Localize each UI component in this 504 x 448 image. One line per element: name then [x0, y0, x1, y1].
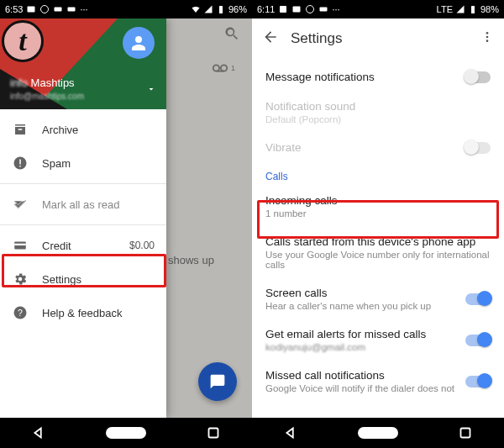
credit-icon: [12, 237, 29, 254]
battery-icon: [216, 4, 226, 14]
status-time: 6:11: [257, 4, 275, 14]
home-nav[interactable]: [106, 427, 146, 439]
row-message-notifications[interactable]: Message notifications: [252, 62, 504, 92]
menu-label: Settings: [42, 273, 155, 286]
phone-left: 6:53 ··· 96% 1 shows up: [0, 0, 252, 448]
back-nav[interactable]: [281, 424, 300, 442]
compose-fab[interactable]: [198, 362, 237, 401]
settings-list: Message notifications Notification sound…: [252, 59, 504, 418]
credit-amount: $0.00: [129, 240, 155, 251]
menu-item-mark-read[interactable]: Mark all as read: [0, 187, 166, 221]
search-button[interactable]: [223, 25, 240, 45]
svg-rect-4: [219, 6, 223, 13]
row-subtitle: Use your Google Voice number only for in…: [265, 250, 491, 270]
whatsapp-icon: [305, 4, 315, 14]
whatsapp-icon: [39, 4, 50, 14]
recents-nav[interactable]: [204, 424, 223, 442]
row-incoming-calls[interactable]: Incoming calls1 number: [252, 186, 504, 227]
account-email: info@mashtips.com: [10, 92, 84, 101]
svg-text:?: ?: [18, 308, 23, 318]
empty-state-text: shows up: [168, 254, 214, 266]
app-bar: Settings: [252, 18, 504, 59]
toggle-missed-notifications[interactable]: [465, 376, 491, 387]
phone-right: 6:11 ··· LTE 98% Settings: [252, 0, 504, 448]
toggle-message-notifications[interactable]: [465, 71, 491, 83]
row-title: Vibrate: [265, 141, 465, 154]
row-title: Message notifications: [265, 71, 465, 83]
wifi-icon: [191, 4, 201, 14]
row-title: Missed call notifications: [265, 369, 465, 382]
more-notifications-icon: ···: [332, 4, 339, 14]
svg-rect-3: [68, 8, 76, 12]
account-dropdown[interactable]: [146, 82, 156, 98]
back-button[interactable]: [262, 29, 279, 49]
battery-icon: [468, 4, 478, 14]
network-label: LTE: [437, 4, 453, 14]
nav-bar: [0, 418, 252, 448]
avatar[interactable]: [123, 27, 155, 59]
toggle-vibrate: [465, 142, 491, 154]
toggle-email-alerts[interactable]: [465, 335, 491, 346]
row-title: Get email alerts for missed calls: [265, 328, 465, 340]
voicemail-status-icon-2: [66, 4, 76, 14]
svg-point-1: [41, 6, 49, 13]
svg-rect-18: [209, 429, 218, 438]
menu-item-settings[interactable]: Settings: [0, 262, 166, 296]
row-notification-sound: Notification soundDefault (Popcorn): [252, 92, 504, 133]
row-subtitle: kodiyanuju@gmail.com: [265, 342, 465, 352]
back-nav[interactable]: [29, 424, 48, 442]
row-subtitle: Default (Popcorn): [265, 114, 491, 124]
menu-label: Spam: [42, 157, 155, 170]
recents-nav[interactable]: [456, 424, 475, 442]
svg-rect-22: [320, 8, 328, 12]
page-title: Settings: [291, 30, 342, 47]
svg-rect-23: [471, 6, 475, 13]
voicemail-status-icon: [318, 4, 328, 14]
voicemail-badge: 1: [231, 64, 235, 72]
svg-rect-19: [280, 6, 286, 13]
divider: [0, 183, 166, 184]
svg-point-24: [486, 32, 489, 34]
row-title: Calls started from this device's phone a…: [265, 235, 491, 248]
row-vibrate: Vibrate: [252, 133, 504, 162]
row-title: Notification sound: [265, 100, 491, 113]
app-body: 1 shows up info Mashtips info@mashtips.c…: [0, 18, 252, 418]
svg-point-6: [221, 65, 227, 71]
home-nav[interactable]: [358, 427, 398, 439]
svg-rect-27: [461, 429, 470, 438]
spam-icon: [12, 155, 29, 171]
section-calls: Calls: [252, 162, 504, 186]
mark-read-icon: [12, 196, 29, 213]
watermark-logo: t: [2, 20, 44, 62]
svg-point-21: [307, 6, 314, 13]
row-email-alerts[interactable]: Get email alerts for missed callskodiyan…: [252, 319, 504, 361]
svg-point-26: [486, 40, 489, 42]
notification-icon-2: [291, 4, 302, 14]
voicemail-tab[interactable]: 1: [211, 59, 235, 77]
account-name: Mashtips: [31, 76, 75, 89]
status-bar: 6:53 ··· 96%: [0, 0, 252, 18]
menu-item-help[interactable]: ? Help & feedback: [0, 296, 166, 329]
menu-item-archive[interactable]: Archive: [0, 113, 166, 146]
toggle-screen-calls[interactable]: [465, 293, 491, 305]
archive-icon: [12, 121, 29, 138]
menu-label: Help & feedback: [42, 307, 155, 319]
more-options[interactable]: [480, 30, 494, 47]
battery-percent: 96%: [228, 4, 247, 14]
row-subtitle: Google Voice will notify if the dialer d…: [265, 383, 465, 393]
menu-label: Mark all as read: [42, 198, 155, 211]
svg-point-25: [486, 36, 489, 39]
row-subtitle: 1 number: [265, 208, 491, 219]
nav-bar: [252, 418, 504, 448]
help-icon: ?: [12, 304, 29, 321]
svg-rect-15: [14, 244, 26, 245]
menu-item-spam[interactable]: Spam: [0, 146, 166, 180]
row-calls-started[interactable]: Calls started from this device's phone a…: [252, 227, 504, 278]
svg-rect-12: [19, 160, 21, 165]
menu-item-credit[interactable]: Credit $0.00: [0, 229, 166, 262]
row-missed-notifications[interactable]: Missed call notificationsGoogle Voice wi…: [252, 361, 504, 402]
row-screen-calls[interactable]: Screen callsHear a caller's name when yo…: [252, 278, 504, 319]
status-time: 6:53: [5, 4, 23, 14]
more-notifications-icon: ···: [80, 4, 87, 14]
row-title: Incoming calls: [265, 194, 491, 207]
